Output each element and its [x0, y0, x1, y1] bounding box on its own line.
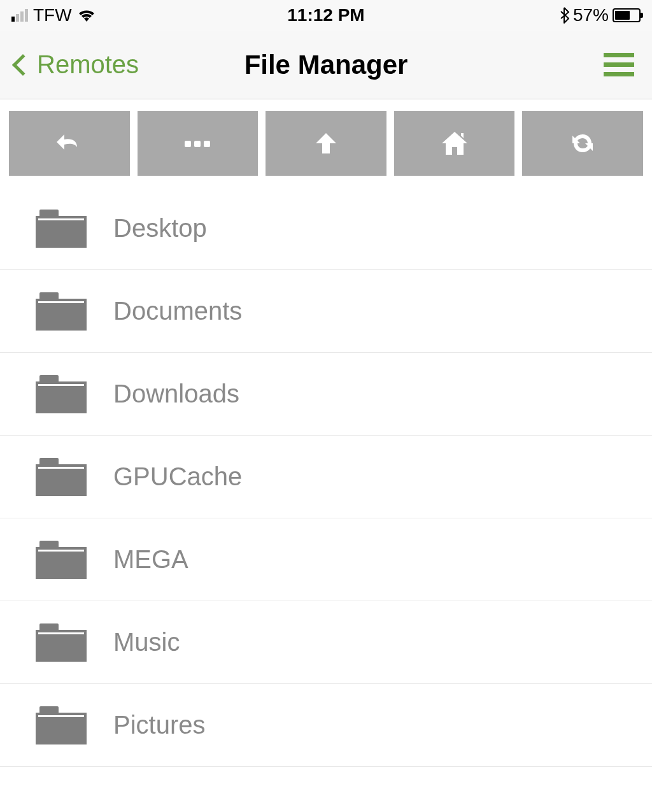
- folder-icon: [36, 292, 87, 331]
- file-name: Downloads: [113, 380, 239, 408]
- svg-rect-1: [194, 141, 201, 147]
- list-item[interactable]: MEGA: [0, 518, 652, 601]
- file-name: Music: [113, 628, 180, 657]
- file-name: Pictures: [113, 711, 206, 739]
- list-item[interactable]: Documents: [0, 270, 652, 353]
- home-icon: [439, 129, 470, 157]
- status-bar: TFW 11:12 PM 57%: [0, 0, 652, 31]
- refresh-button[interactable]: [522, 111, 643, 176]
- toolbar: [0, 99, 652, 187]
- list-item[interactable]: Downloads: [0, 353, 652, 436]
- home-button[interactable]: [394, 111, 515, 176]
- folder-icon: [36, 541, 87, 579]
- more-button[interactable]: [138, 111, 259, 176]
- carrier-label: TFW: [33, 5, 72, 25]
- status-right: 57%: [559, 5, 641, 25]
- refresh-icon: [569, 129, 597, 157]
- ellipsis-icon: [182, 138, 213, 148]
- list-item[interactable]: Music: [0, 601, 652, 684]
- up-button[interactable]: [266, 111, 386, 176]
- chevron-left-icon: [12, 54, 34, 76]
- file-name: Desktop: [113, 214, 207, 243]
- folder-icon: [36, 623, 87, 662]
- back-label: Remotes: [37, 50, 139, 79]
- status-left: TFW: [11, 5, 96, 25]
- status-time: 11:12 PM: [287, 5, 364, 25]
- cellular-signal-icon: [11, 9, 28, 22]
- folder-icon: [36, 706, 87, 744]
- folder-icon: [36, 210, 87, 248]
- battery-percent: 57%: [573, 5, 609, 25]
- list-item[interactable]: GPUCache: [0, 436, 652, 518]
- file-list: Desktop Documents Downloads GPUCache MEG…: [0, 187, 652, 767]
- svg-rect-2: [204, 141, 210, 147]
- svg-rect-0: [185, 141, 191, 147]
- nav-bar: Remotes File Manager: [0, 31, 652, 99]
- bluetooth-icon: [559, 7, 569, 24]
- file-name: GPUCache: [113, 462, 242, 491]
- undo-icon: [54, 128, 85, 159]
- folder-icon: [36, 458, 87, 496]
- file-name: Documents: [113, 297, 242, 325]
- arrow-up-icon: [312, 129, 340, 157]
- wifi-icon: [77, 8, 96, 22]
- hamburger-icon: [604, 53, 634, 57]
- back-button[interactable]: Remotes: [15, 50, 139, 79]
- list-item[interactable]: Desktop: [0, 187, 652, 270]
- folder-icon: [36, 375, 87, 413]
- page-title: File Manager: [244, 50, 408, 80]
- file-name: MEGA: [113, 545, 188, 574]
- battery-icon: [613, 8, 641, 22]
- undo-button[interactable]: [9, 111, 130, 176]
- menu-button[interactable]: [601, 50, 637, 79]
- list-item[interactable]: Pictures: [0, 684, 652, 767]
